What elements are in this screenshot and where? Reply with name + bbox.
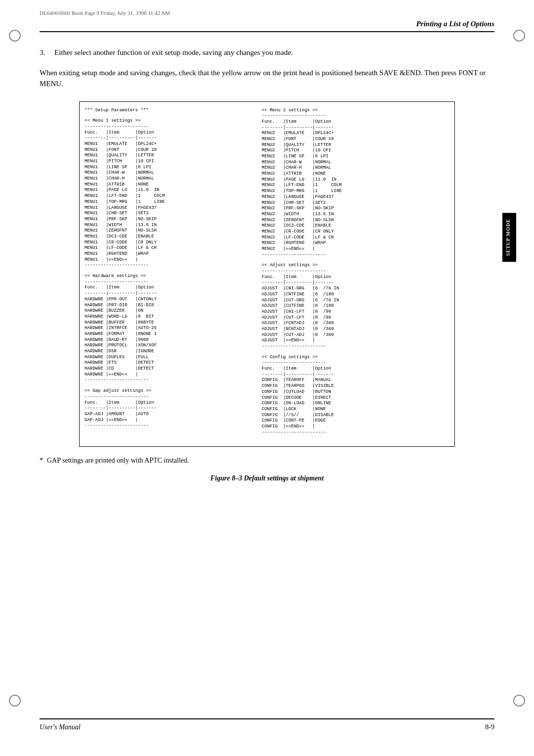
figure-box: *** Setup Parameters *** << Menu 1 setti… xyxy=(79,101,455,447)
table-row: CONFIG |CONT-PE |EDGE xyxy=(262,418,449,424)
table-row: MENU2 |CR-CODE |CR ONLY xyxy=(262,229,449,235)
table-row: HARDWRE |BUFFER |8KBYTE xyxy=(85,320,256,326)
table-row: HARDWRE |BAUD-RT |9600 xyxy=(85,337,256,343)
menu1-section: << Menu 1 settings >> ------------------… xyxy=(85,118,256,269)
table-row: MENU2 |DC3-CDE |ENABLE xyxy=(262,223,449,229)
table-row: ADJUST |CUT-ADJ |0 /360 xyxy=(262,332,449,338)
table-row: MENU1 |EMULATE |DPL24C+ xyxy=(85,142,256,147)
menu1-divider: ------------------------ xyxy=(85,124,256,130)
table-row: CONFIG |TEARPOS |VISIBLE xyxy=(262,383,449,389)
table-row: MENU1 |==END== | xyxy=(85,257,256,263)
figure-caption: Figure 8–3 Default settings at shipment xyxy=(40,474,494,482)
table-row: ADJUST |CUT-ORG |6 /76 IN xyxy=(262,298,449,304)
table-row: GAP-ADJ |AMOUNT |AUTO xyxy=(85,412,256,418)
menu2-rows: MENU2 |EMULATE |DPL24C+MENU2 |FONT |COUR… xyxy=(262,131,449,252)
menu1-rows: MENU1 |EMULATE |DPL24C+MENU1 |FONT |COUR… xyxy=(85,142,256,263)
menu2-divider: ------------------------ xyxy=(262,113,449,119)
table-row: HARDWRE |DUPLEX |FULL xyxy=(85,355,256,361)
adjust-section: << Adjust settings >> ------------------… xyxy=(262,263,449,349)
binding-hole-bottom-right xyxy=(513,695,525,707)
adjust-rows: ADJUST |CNI-ORG |6 /76 INADJUST |CNTFINE… xyxy=(262,286,449,344)
binding-hole-top-left xyxy=(9,30,21,42)
gap-adj-cols: Func. |Item |Option xyxy=(85,400,256,406)
table-row: HARDWRE |DSR |IGNORE xyxy=(85,349,256,355)
table-row: MENU2 |LF-CODE |LF & CR xyxy=(262,235,449,241)
page-container: DL6400/6600 Book Page 9 Friday, July 31,… xyxy=(0,0,534,756)
config-section: << Config settings >> ------------------… xyxy=(262,355,449,436)
adjust-divider: ------------------------ xyxy=(262,269,449,275)
setup-mode-tab: SETUP MODE xyxy=(502,213,516,262)
table-row: MENU2 |CHAR-W |NORMAL xyxy=(262,160,449,166)
table-row: MENU2 |EMULATE |DPL24C+ xyxy=(262,131,449,137)
table-row: CONFIG |CUTLOAD |BUTTON xyxy=(262,389,449,395)
table-row: MENU2 |==END== | xyxy=(262,246,449,252)
note-paragraph: When exiting setup mode and saving chang… xyxy=(40,67,494,90)
menu2-section: << Menu 2 settings >> ------------------… xyxy=(262,108,449,258)
table-row: CONFIG |ON-LOAD |ONLINE xyxy=(262,401,449,407)
table-row: MENU1 |CHR-SET |SET2 xyxy=(85,211,256,217)
gap-adj-section: << Gap adjust settings >> --------------… xyxy=(85,388,256,429)
config-cols: Func. |Item |Option xyxy=(262,366,449,372)
footer-manual: User's Manual xyxy=(40,723,81,731)
table-row: MENU2 |CHAR-H |NORMAL xyxy=(262,165,449,171)
menu2-cols: Func. |Item |Option xyxy=(262,119,449,125)
table-row: HARDWRE |PPR-OUT |CNTONLY xyxy=(85,297,256,303)
step3-number: 3. xyxy=(40,47,45,58)
table-row: MENU2 |ATTRIB |NONE xyxy=(262,171,449,177)
table-row: ADJUST |FCNTADJ |0 /360 xyxy=(262,321,449,327)
menu1-divider2: --------|----------|------- xyxy=(85,136,256,142)
table-row: MENU1 |PITCH |10 CPI xyxy=(85,159,256,165)
gap-adj-divider2: --------|----------|------- xyxy=(85,406,256,412)
config-end-divider: ------------------------ xyxy=(262,430,449,436)
page-header-info: DL6400/6600 Book Page 9 Friday, July 31,… xyxy=(40,10,170,16)
table-row: CONFIG |//S// |DISABLE xyxy=(262,413,449,419)
table-row: MENU2 |LFT-END |1 COLM xyxy=(262,183,449,189)
adjust-end-divider: ------------------------ xyxy=(262,344,449,350)
table-row: CONFIG |==END== | xyxy=(262,424,449,430)
menu1-cols: Func. |Item |Option xyxy=(85,130,256,136)
table-row: MENU1 |PRF-SKP |NO-SKIP xyxy=(85,217,256,223)
table-row: ADJUST |CNI-ORG |6 /76 IN xyxy=(262,286,449,292)
table-row: MENU1 |RGHTEND |WRAP xyxy=(85,251,256,257)
step3-text: 3. Either select another function or exi… xyxy=(54,47,494,58)
menu2-end-divider: ------------------------ xyxy=(262,252,449,258)
table-row: ADJUST |CUT-LFT |0 /90 xyxy=(262,315,449,321)
hardware-divider: ------------------------ xyxy=(85,280,256,285)
binding-hole-top-right xyxy=(513,30,525,42)
table-row: MENU2 |TOP-MRG |1 LINE xyxy=(262,189,449,194)
adjust-divider2: --------|----------|------- xyxy=(262,280,449,286)
table-row: HARDWRE |FORMAT |8NONE 1 xyxy=(85,331,256,337)
menu1-header: << Menu 1 settings >> xyxy=(85,118,256,124)
menu2-divider2: --------|----------|------- xyxy=(262,125,449,131)
gap-adj-divider: ------------------------ xyxy=(85,394,256,400)
table-row: MENU1 |CHAR-H |NORMAL xyxy=(85,176,256,182)
figure-left-column: *** Setup Parameters *** << Menu 1 setti… xyxy=(85,108,260,441)
hardware-cols: Func. |Item |Option xyxy=(85,285,256,291)
table-row: HARDWRE |ETS |DETECT xyxy=(85,360,256,366)
menu2-header: << Menu 2 settings >> xyxy=(262,108,449,114)
table-row: MENU2 |PITCH |10 CPI xyxy=(262,148,449,154)
table-row: MENU1 |DC3-CDE |ENABLE xyxy=(85,234,256,240)
table-row: MENU1 |ATTRIB |NONE xyxy=(85,182,256,188)
table-row: MENU2 |LINE SP |6 LPI xyxy=(262,154,449,160)
table-row: MENU2 |PRF-SKP |NO-SKIP xyxy=(262,206,449,212)
table-row: ADJUST |CNTFINE |0 /180 xyxy=(262,292,449,298)
figure-right-column: << Menu 2 settings >> ------------------… xyxy=(260,108,449,441)
table-row: MENU1 |LFT-END |1 COLM xyxy=(85,193,256,199)
table-row: CONFIG |TEAROFF |MANUAL xyxy=(262,378,449,383)
header-title: Printing a List of Options xyxy=(416,20,494,28)
table-row: MENU2 |QUALITY |LETTER xyxy=(262,142,449,148)
config-divider2: --------|----------|------- xyxy=(262,372,449,378)
table-row: MENU1 |FONT |COUR 10 xyxy=(85,147,256,153)
footnote: * GAP settings are printed only with APT… xyxy=(40,457,494,465)
table-row: GAP-ADJ |==END== | xyxy=(85,418,256,424)
table-row: HARDWRE |==END== | xyxy=(85,372,256,378)
table-row: ADJUST |RCNTADJ |0 /360 xyxy=(262,327,449,332)
config-divider: ------------------------ xyxy=(262,360,449,366)
gap-adj-rows: GAP-ADJ |AMOUNT |AUTOGAP-ADJ |==END== | xyxy=(85,412,256,423)
hardware-divider2: --------|----------|------- xyxy=(85,291,256,297)
table-row: HARDWRE |CD |DETECT xyxy=(85,366,256,372)
table-row: MENU1 |WIDTH |13.6 IN xyxy=(85,223,256,229)
table-row: MENU1 |LF-CODE |LF & CR xyxy=(85,245,256,251)
footer-page: 8-9 xyxy=(485,723,494,731)
